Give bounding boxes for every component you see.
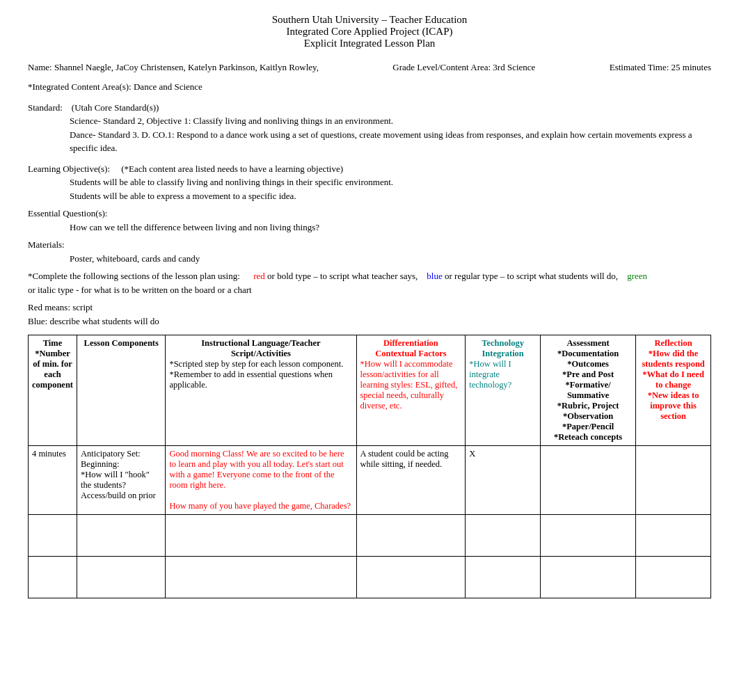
cell-lesson: Anticipatory Set: Beginning: *How will I… xyxy=(77,446,166,515)
header-line3: Explicit Integrated Lesson Plan xyxy=(28,38,711,49)
cell-empty-time xyxy=(29,515,77,557)
legend-blue: Blue: describe what students will do xyxy=(28,315,711,328)
learning-item-1: Students will be able to classify living… xyxy=(70,175,711,189)
col-header-reflect: Reflection *How did the students respond… xyxy=(636,335,711,446)
table-row-empty-1 xyxy=(29,515,711,557)
blue-text: blue xyxy=(427,271,442,281)
table-row-empty-2 xyxy=(29,557,711,598)
cell-empty2-instruct xyxy=(166,557,356,598)
table-row: 4 minutes Anticipatory Set: Beginning: *… xyxy=(29,446,711,515)
cell-diff: A student could be acting while sitting,… xyxy=(356,446,466,515)
learning-item-2: Students will be able to express a movem… xyxy=(70,189,711,203)
col-header-instruct: Instructional Language/Teacher Script/Ac… xyxy=(166,335,356,446)
header-line1: Southern Utah University – Teacher Educa… xyxy=(28,14,711,26)
time-field: Estimated Time: 25 minutes xyxy=(610,62,711,73)
col-header-diff: Differentiation Contextual Factors *How … xyxy=(356,335,466,446)
standard-item-1: Science- Standard 2, Objective 1: Classi… xyxy=(70,114,711,128)
green-text: green xyxy=(627,271,647,281)
integrated-label: *Integrated Content Area(s): xyxy=(28,81,132,92)
col-header-time: Time *Number of min. for each component xyxy=(29,335,77,446)
legend-red: Red means: script xyxy=(28,301,711,315)
cell-empty-diff xyxy=(356,515,466,557)
complete-line1: *Complete the following sections of the … xyxy=(28,269,711,283)
name-label: Name: xyxy=(28,62,52,72)
grade-field: Grade Level/Content Area: 3rd Science xyxy=(392,62,535,73)
cell-time: 4 minutes xyxy=(29,446,77,515)
page-header: Southern Utah University – Teacher Educa… xyxy=(28,14,711,49)
standard-items: Science- Standard 2, Objective 1: Classi… xyxy=(70,114,711,155)
essential-question: How can we tell the difference between l… xyxy=(70,221,711,234)
cell-reflect xyxy=(636,446,711,515)
materials-label: Materials: xyxy=(28,238,711,252)
cell-empty-reflect xyxy=(636,515,711,557)
table-header-row: Time *Number of min. for each component … xyxy=(29,335,711,446)
standard-label: Standard: (Utah Core Standard(s)) xyxy=(28,102,159,113)
time-label: Estimated Time: xyxy=(610,62,669,72)
red-text: red xyxy=(253,271,265,281)
lesson-table: Time *Number of min. for each component … xyxy=(28,335,711,598)
col-header-assess: Assessment *Documentation *Outcomes *Pre… xyxy=(541,335,636,446)
cell-empty2-reflect xyxy=(636,557,711,598)
materials-section: Materials: Poster, whiteboard, cards and… xyxy=(28,238,711,265)
essential-label: Essential Question(s): xyxy=(28,207,711,221)
cell-empty2-assess xyxy=(541,557,636,598)
cell-tech: X xyxy=(466,446,541,515)
standard-section: Standard: (Utah Core Standard(s)) Scienc… xyxy=(28,101,711,155)
header-line2: Integrated Core Applied Project (ICAP) xyxy=(28,26,711,38)
integrated-content: *Integrated Content Area(s): Dance and S… xyxy=(28,80,711,94)
cell-empty-assess xyxy=(541,515,636,557)
legend: Red means: script Blue: describe what st… xyxy=(28,301,711,328)
complete-line2: or italic type - for what is to be writt… xyxy=(28,283,711,297)
standard-item-2: Dance- Standard 3. D. CO.1: Respond to a… xyxy=(70,128,711,155)
cell-instruct: Good morning Class! We are so excited to… xyxy=(166,446,356,515)
cell-assess xyxy=(541,446,636,515)
cell-empty-lesson xyxy=(77,515,166,557)
cell-empty-instruct xyxy=(166,515,356,557)
name-field: Name: Shannel Naegle, JaCoy Christensen,… xyxy=(28,62,319,73)
time-value: 25 minutes xyxy=(672,62,711,72)
grade-label: Grade Level/Content Area: xyxy=(392,62,491,72)
cell-empty-tech xyxy=(466,515,541,557)
instruct-red-1: Good morning Class! We are so excited to… xyxy=(169,449,344,490)
instruct-red-2: How many of you have played the game, Ch… xyxy=(169,501,351,511)
integrated-value: Dance and Science xyxy=(134,81,202,92)
col-header-lesson: Lesson Components xyxy=(77,335,166,446)
learning-label: Learning Objective(s): (*Each content ar… xyxy=(28,164,343,174)
cell-empty2-tech xyxy=(466,557,541,598)
info-row: Name: Shannel Naegle, JaCoy Christensen,… xyxy=(28,62,711,73)
complete-instruction: *Complete the following sections of the … xyxy=(28,269,711,296)
cell-empty2-diff xyxy=(356,557,466,598)
cell-empty2-lesson xyxy=(77,557,166,598)
grade-value: 3rd Science xyxy=(493,62,535,72)
learning-items: Students will be able to classify living… xyxy=(70,175,711,202)
cell-empty2-time xyxy=(29,557,77,598)
essential-section: Essential Question(s): How can we tell t… xyxy=(28,207,711,234)
name-value: Shannel Naegle, JaCoy Christensen, Katel… xyxy=(54,62,319,72)
col-header-tech: Technology Integration *How will I integ… xyxy=(466,335,541,446)
materials-value: Poster, whiteboard, cards and candy xyxy=(70,252,711,266)
learning-section: Learning Objective(s): (*Each content ar… xyxy=(28,162,711,203)
